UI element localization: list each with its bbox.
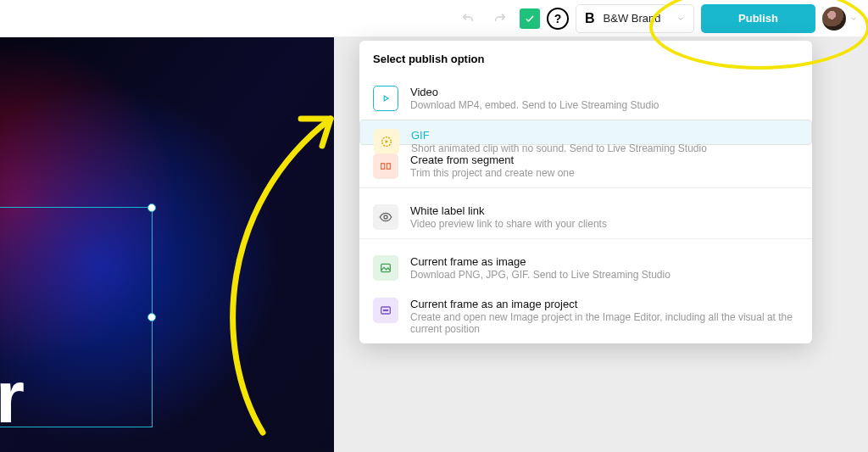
publish-option-video[interactable]: Video Download MP4, embed. Send to Live …	[359, 77, 812, 120]
brand-badge-icon: B	[585, 11, 595, 26]
svg-point-15	[383, 310, 384, 310]
option-desc: Trim this project and create new one	[410, 167, 575, 179]
option-desc: Create and open new Image project in the…	[410, 311, 798, 335]
video-icon	[373, 86, 398, 111]
svg-point-16	[385, 310, 386, 310]
eye-icon	[373, 204, 398, 230]
svg-marker-7	[384, 96, 388, 101]
svg-point-17	[387, 310, 387, 310]
top-header: ? B B&W Brand Publish	[0, 0, 868, 37]
publish-button[interactable]: Publish	[701, 4, 815, 33]
brand-kit-selector[interactable]: B B&W Brand	[576, 4, 694, 33]
svg-rect-13	[381, 264, 391, 271]
help-button[interactable]: ?	[547, 8, 569, 30]
svg-rect-11	[387, 164, 390, 170]
save-status-icon	[520, 8, 540, 29]
segment-icon	[373, 153, 398, 179]
option-title: Video	[410, 86, 659, 98]
resize-handle-right[interactable]	[147, 313, 156, 321]
publish-option-frame-project[interactable]: Current frame as an image project Create…	[359, 289, 812, 343]
image-icon	[373, 255, 398, 281]
gif-icon	[374, 129, 399, 154]
option-title: Current frame as an image project	[410, 298, 798, 310]
chevron-down-icon	[849, 14, 858, 23]
option-desc: Download MP4, embed. Send to Live Stream…	[410, 99, 659, 111]
account-menu[interactable]	[822, 7, 858, 31]
canvas-text-line2[interactable]: ur	[0, 360, 24, 434]
svg-rect-10	[381, 164, 385, 170]
resize-handle-top-right[interactable]	[147, 204, 156, 212]
svg-marker-9	[386, 140, 388, 143]
option-title: Create from segment	[410, 153, 575, 166]
option-title: GIF	[411, 129, 707, 142]
undo-button[interactable]	[455, 6, 481, 31]
option-title: White label link	[410, 204, 607, 217]
publish-option-gif[interactable]: GIF Short animated clip with no sound. S…	[359, 120, 812, 145]
publish-dropdown-title: Select publish option	[359, 41, 812, 77]
redo-button[interactable]	[487, 6, 513, 31]
video-canvas[interactable]: ate ur	[0, 37, 334, 452]
avatar	[822, 7, 846, 31]
option-desc: Download PNG, JPG, GIF. Send to Live Str…	[410, 269, 670, 281]
svg-point-12	[384, 215, 387, 219]
brand-label: B&W Brand	[604, 12, 661, 25]
publish-option-frame-image[interactable]: Current frame as image Download PNG, JPG…	[359, 247, 812, 289]
option-title: Current frame as image	[410, 255, 670, 268]
option-desc: Video preview link to share with your cl…	[410, 218, 607, 230]
chevron-down-icon	[676, 14, 685, 23]
project-icon	[373, 298, 398, 323]
publish-option-whitelabel[interactable]: White label link Video preview link to s…	[359, 196, 812, 238]
option-desc: Short animated clip with no sound. Send …	[411, 142, 707, 154]
publish-dropdown: Select publish option Video Download MP4…	[359, 41, 812, 343]
